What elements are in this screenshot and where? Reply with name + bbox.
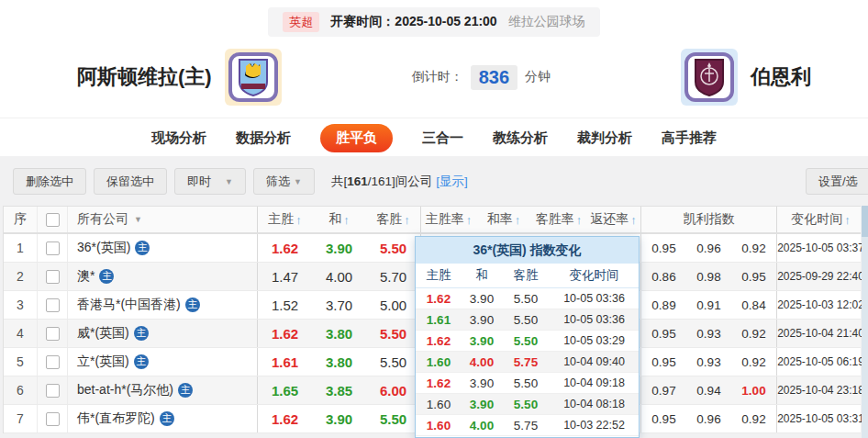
odds-cell: 5.50: [366, 320, 421, 347]
row-seq: 1: [4, 234, 38, 262]
popup-time-cell: 10-05 03:36: [550, 288, 639, 309]
company-cell[interactable]: 威*(英国)主: [68, 320, 258, 347]
company-cell[interactable]: 36*(英国)主: [68, 234, 258, 262]
kickoff-time: 开赛时间：2025-10-05 21:00: [330, 14, 496, 30]
row-checkbox[interactable]: [46, 412, 60, 426]
row-seq: 7: [4, 405, 38, 432]
row-seq: 5: [4, 348, 38, 376]
return-rate-header[interactable]: 返还率↑: [586, 207, 641, 232]
popup-time-cell: 10-05 03:36: [550, 309, 639, 330]
row-checkbox[interactable]: [46, 355, 60, 369]
host-badge-icon: 主: [160, 411, 174, 426]
row-checkbox[interactable]: [46, 298, 60, 312]
count-prefix: 共[: [331, 174, 347, 188]
sort-up-icon: ↑: [515, 213, 521, 227]
popup-odds-cell: 1.62: [416, 373, 462, 393]
change-time-cell: 2025-10-04 23:18: [777, 376, 864, 404]
row-seq: 4: [4, 320, 38, 347]
settings-button[interactable]: 设置/选: [806, 168, 868, 195]
row-checkbox-cell: [38, 263, 68, 290]
row-checkbox-cell: [38, 234, 68, 262]
company-name[interactable]: 香港马*(中国香港): [77, 297, 181, 313]
company-name[interactable]: 澳*: [77, 268, 95, 285]
keep-selected-button[interactable]: 保留选中: [94, 168, 167, 195]
popup-time-cell: 10-05 03:29: [550, 331, 639, 351]
popup-header-row: 主胜 和 客胜 变化时间: [416, 264, 639, 288]
kickoff-label: 开赛时间：: [330, 14, 395, 28]
company-name[interactable]: 伟*(直布罗陀): [77, 410, 155, 427]
filter-label: 筛选: [266, 174, 290, 190]
row-checkbox[interactable]: [46, 270, 60, 284]
popup-odds-cell: 1.60: [416, 352, 462, 372]
company-header-label: 所有公司: [77, 211, 128, 228]
change-time-header[interactable]: 变化时间↑: [777, 207, 864, 232]
tab-live-analysis[interactable]: 现场分析: [151, 129, 206, 147]
company-cell[interactable]: 伟*(直布罗陀)主: [68, 405, 258, 432]
kelly-cell: 0.93: [686, 320, 731, 347]
draw-odds-header[interactable]: 和↑: [312, 207, 366, 232]
draw-rate-header[interactable]: 和率↑: [476, 207, 531, 232]
row-checkbox[interactable]: [46, 327, 60, 341]
popup-odds-cell: 5.50: [502, 373, 550, 393]
draw-odds-label: 和: [328, 211, 341, 228]
home-rate-header[interactable]: 主胜率↑: [421, 207, 476, 232]
sort-up-icon: ↑: [630, 213, 637, 227]
scrollbar-thumb[interactable]: [862, 206, 868, 237]
company-cell[interactable]: 澳*主: [68, 263, 258, 290]
row-seq: 2: [4, 263, 38, 290]
tab-win-draw-lose[interactable]: 胜平负: [320, 124, 393, 152]
home-team-name: 阿斯顿维拉(主): [77, 63, 212, 91]
away-crest-frame: [684, 52, 734, 102]
home-crest-frame: [228, 52, 278, 102]
company-header[interactable]: 所有公司▼: [68, 207, 258, 232]
home-odds-header[interactable]: 主胜↑: [258, 207, 312, 232]
company-cell[interactable]: bet-at-h*(马尔他)主: [68, 376, 258, 404]
kelly-cell: 0.94: [686, 376, 731, 404]
change-time-label: 变化时间: [791, 211, 842, 228]
sort-up-icon: ↑: [343, 213, 350, 227]
tab-referee-analysis[interactable]: 裁判分析: [577, 129, 632, 147]
tab-expert-picks[interactable]: 高手推荐: [662, 129, 717, 147]
tab-data-analysis[interactable]: 数据分析: [236, 129, 291, 147]
show-link[interactable]: [显示]: [436, 174, 468, 188]
kelly-cell: 0.95: [641, 320, 686, 347]
popup-odds-cell: 1.62: [416, 288, 462, 309]
popup-odds-cell: 3.90: [462, 394, 502, 414]
filter-dropdown[interactable]: 筛选 ▼: [253, 168, 315, 195]
away-rate-header[interactable]: 客胜率↑: [531, 207, 586, 232]
away-team-crest: [681, 49, 738, 106]
odds-cell: 1.47: [258, 263, 312, 290]
row-checkbox[interactable]: [46, 241, 60, 255]
scrollbar-track[interactable]: [862, 206, 868, 438]
seq-header: 序: [4, 207, 38, 232]
company-cell[interactable]: 立*(英国)主: [68, 348, 258, 376]
kelly-cell: 0.92: [731, 405, 777, 432]
delete-selected-button[interactable]: 删除选中: [13, 168, 86, 195]
time-filter-value: 即时: [187, 174, 211, 190]
popup-odds-row: 1.623.905.5010-04 09:18: [416, 373, 639, 394]
popup-home-header: 主胜: [416, 264, 462, 287]
company-cell[interactable]: 香港马*(中国香港)主: [68, 291, 258, 319]
company-name[interactable]: 36*(英国): [77, 240, 130, 256]
popup-odds-cell: 1.60: [416, 394, 462, 414]
row-checkbox-cell: [38, 376, 68, 404]
company-name[interactable]: 立*(英国): [77, 354, 129, 370]
popup-odds-cell: 1.62: [416, 331, 462, 351]
table-toolbar: 删除选中 保留选中 即时 ▼ 筛选 ▼ 共[161/161]间公司[显示] 设置…: [0, 156, 868, 206]
away-odds-header[interactable]: 客胜↑: [366, 207, 421, 232]
select-all-checkbox[interactable]: [46, 213, 60, 227]
tab-coach-analysis[interactable]: 教练分析: [493, 129, 548, 147]
count-selected: 161: [347, 174, 368, 188]
odds-cell: 3.85: [312, 376, 366, 404]
popup-odds-cell: 5.75: [502, 415, 550, 435]
time-filter-dropdown[interactable]: 即时 ▼: [174, 168, 246, 195]
tab-three-in-one[interactable]: 三合一: [422, 129, 463, 147]
away-rate-label: 客胜率: [536, 211, 574, 228]
company-name[interactable]: bet-at-h*(马尔他): [77, 382, 173, 399]
odds-cell: 1.52: [258, 291, 312, 319]
company-name[interactable]: 威*(英国): [77, 325, 129, 342]
kickoff-value: 2025-10-05 21:00: [395, 14, 496, 28]
chevron-down-icon: ▼: [134, 215, 142, 224]
row-checkbox[interactable]: [46, 384, 60, 398]
odds-cell: 3.90: [312, 234, 366, 262]
